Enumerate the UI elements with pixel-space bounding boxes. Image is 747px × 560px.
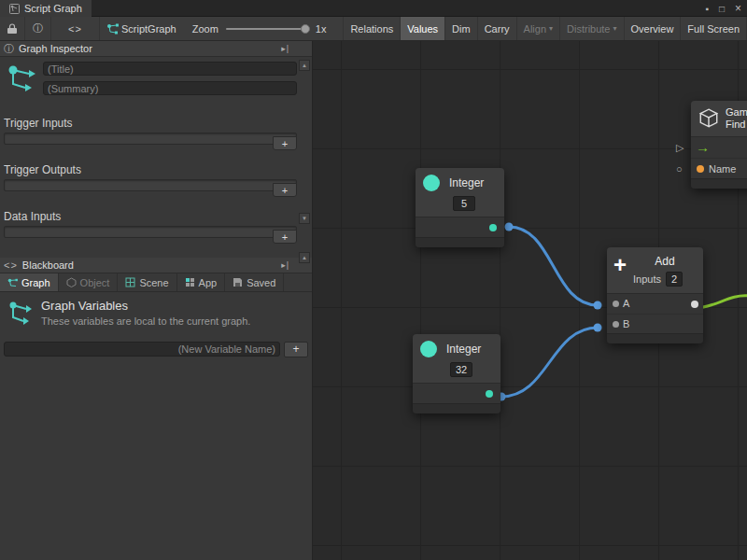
distribute-button[interactable]: Distribute▾ [559, 17, 623, 40]
output-port[interactable] [691, 301, 698, 308]
window-titlebar: Script Graph ▪ □ × [0, 0, 747, 17]
graph-title-input[interactable] [43, 62, 297, 76]
graph-toolbar: ⓘ <> ScriptGraph Zoom 1x Relations Value… [0, 17, 747, 41]
panel-pin-icon[interactable]: ▸| [281, 260, 289, 270]
plus-icon: + [613, 255, 627, 287]
node-header[interactable]: Integer 32 [413, 334, 500, 383]
side-panel: ⓘ Graph Inspector ▸| Trigger Inputs + Tr… [0, 41, 313, 560]
overview-button[interactable]: Overview [624, 17, 681, 40]
output-port[interactable] [486, 390, 493, 398]
trigger-inputs-label: Trigger Inputs [4, 117, 308, 130]
graph-summary-input[interactable] [43, 81, 297, 95]
fullscreen-button[interactable]: Full Screen [680, 17, 747, 40]
scroll-up-button[interactable]: ▲ [299, 252, 310, 263]
node-header[interactable]: Game Find [691, 101, 747, 136]
tab-object-label: Object [80, 277, 110, 288]
graph-name-button[interactable]: ScriptGraph [99, 17, 183, 40]
add-trigger-output-button[interactable]: + [273, 183, 297, 197]
script-graph-large-icon [5, 62, 38, 98]
control-flow-arrow-icon: → [691, 139, 710, 155]
wire-endpoint[interactable] [594, 324, 602, 332]
values-button[interactable]: Values [400, 17, 444, 40]
empty-list[interactable] [4, 226, 297, 238]
zoom-knob[interactable] [301, 24, 310, 34]
inputs-count-field[interactable]: 2 [666, 272, 683, 287]
node-ports: ▷ → ○ Name [691, 136, 747, 178]
wire-int2-to-b[interactable] [501, 328, 598, 397]
add-data-input-button[interactable]: + [273, 230, 297, 244]
graph-name-label: ScriptGraph [121, 23, 176, 35]
data-inputs-label: Data Inputs [4, 210, 308, 223]
tab-app-label: App [199, 277, 218, 288]
zoom-value: 1x [316, 23, 327, 35]
wire-endpoint[interactable] [505, 223, 514, 231]
tab-object[interactable]: Object [59, 273, 119, 291]
tab-app[interactable]: App [177, 273, 226, 291]
tab-scene[interactable]: Scene [118, 273, 176, 291]
output-port[interactable] [489, 224, 497, 231]
tab-graph[interactable]: Graph [0, 273, 59, 291]
empty-list[interactable] [4, 179, 297, 191]
dim-button[interactable]: Dim [444, 17, 477, 40]
blackboard-header: <> Blackboard ▸| [0, 258, 312, 273]
window-menu-icon[interactable]: ▪ [705, 4, 709, 14]
find-node[interactable]: Game Find ▷ → ○ Name [691, 101, 747, 189]
info-button[interactable]: ⓘ [24, 17, 50, 40]
carry-button[interactable]: Carry [477, 17, 516, 40]
carry-label: Carry [485, 23, 510, 35]
relations-button[interactable]: Relations [343, 17, 400, 40]
wire-endpoint[interactable] [594, 301, 602, 310]
data-inputs-list: + [4, 226, 297, 246]
integer-icon [420, 341, 437, 357]
add-trigger-input-button[interactable]: + [273, 136, 297, 150]
node-subtitle: Find [726, 119, 747, 131]
empty-list[interactable] [4, 133, 297, 145]
integer-value-field[interactable]: 5 [453, 196, 475, 211]
maximize-icon[interactable]: □ [719, 4, 725, 14]
graph-variables-title: Graph Variables [41, 299, 304, 313]
graph-variables-icon [7, 299, 35, 329]
integer-icon [423, 175, 440, 191]
node-header[interactable]: + Add Inputs 2 [607, 247, 703, 293]
input-port-a[interactable] [613, 301, 619, 307]
lock-button[interactable] [0, 17, 24, 40]
overview-label: Overview [631, 23, 674, 35]
new-variable-input[interactable] [4, 342, 280, 357]
integer-node-2[interactable]: Integer 32 [413, 334, 500, 413]
graph-variables-block: Graph Variables These variables are loca… [0, 292, 312, 334]
panel-pin-icon[interactable]: ▸| [281, 44, 289, 53]
dim-label: Dim [452, 23, 471, 35]
scroll-down-button[interactable]: ▼ [299, 213, 310, 224]
wire-int1-to-a[interactable] [509, 227, 598, 305]
control-input-port[interactable]: ▷ [676, 137, 684, 158]
tab-saved[interactable]: Saved [225, 273, 284, 291]
values-label: Values [407, 23, 438, 35]
tab-graph-label: Graph [21, 277, 50, 288]
gameobject-cube-icon [698, 107, 720, 130]
graph-tab-icon [7, 278, 18, 287]
close-icon[interactable]: × [735, 2, 741, 15]
graph-inspector-header: ⓘ Graph Inspector ▸| [0, 41, 312, 57]
input-port-b[interactable] [613, 321, 619, 328]
integer-value-field[interactable]: 32 [450, 362, 472, 377]
add-node[interactable]: + Add Inputs 2 A B [607, 247, 703, 343]
add-variable-button[interactable]: + [284, 342, 308, 357]
align-button[interactable]: Align▾ [516, 17, 559, 40]
string-port-dot[interactable] [697, 165, 704, 173]
node-header[interactable]: Integer 5 [416, 168, 504, 217]
edit-source-button[interactable]: <> [50, 17, 99, 40]
saved-tab-icon [233, 277, 243, 287]
scroll-up-button[interactable]: ▲ [299, 60, 310, 71]
zoom-slider[interactable] [226, 28, 308, 30]
node-footer [413, 403, 500, 413]
inputs-label: Inputs [633, 273, 661, 285]
graph-canvas[interactable]: Integer 5 Integer 32 + Add [313, 41, 747, 560]
blackboard-tabs: Graph Object Scene App Saved [0, 273, 312, 292]
lock-icon [7, 23, 17, 34]
zoom-control: Zoom 1x [183, 17, 336, 40]
window-tab[interactable]: Script Graph [0, 0, 92, 17]
graph-mini-icon [106, 23, 119, 35]
integer-node-1[interactable]: Integer 5 [416, 168, 504, 247]
value-input-port[interactable]: ○ [676, 159, 683, 179]
distribute-label: Distribute [567, 23, 610, 35]
